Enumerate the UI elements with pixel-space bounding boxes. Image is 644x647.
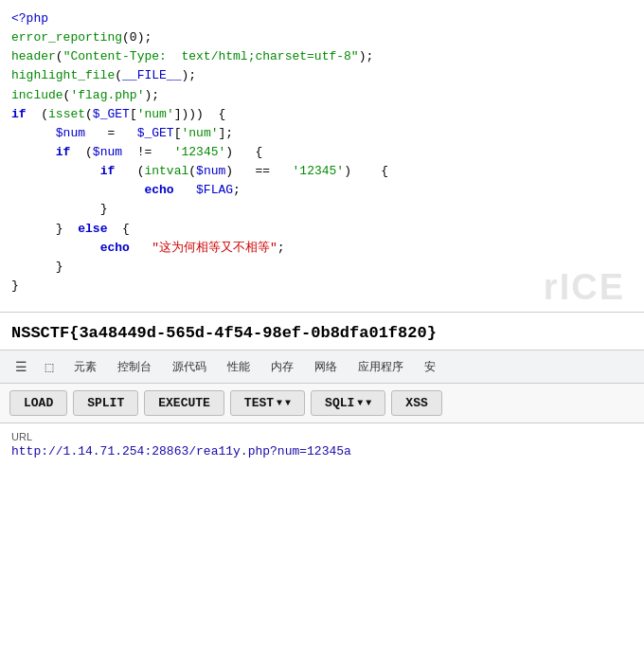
url-bar: URL http://1.14.71.254:28863/rea11y.php?… <box>0 423 644 464</box>
code-line-6: if (isset($_GET['num']))) { <box>11 105 633 124</box>
devtools-tabbar: ☰ ⬚ 元素 控制台 源代码 性能 内存 网络 应用程序 安 <box>0 350 644 384</box>
code-line-9: if (intval($num) == '12345') { <box>11 162 633 181</box>
toolbar: LOADSPLITEXECUTETEST ▼SQLI ▼XSS <box>0 384 644 423</box>
toolbar-btn-xss[interactable]: XSS <box>391 390 441 416</box>
toolbar-btn-load[interactable]: LOAD <box>9 390 67 416</box>
code-line-11: } <box>11 200 633 219</box>
code-line-15: } <box>11 277 633 296</box>
code-line-7: $num = $_GET['num']; <box>11 124 633 143</box>
devtools-tab-sources[interactable]: 源代码 <box>163 355 216 379</box>
code-line-8: if ($num != '12345') { <box>11 143 633 162</box>
devtools-tab-console[interactable]: 控制台 <box>108 355 161 379</box>
devtools-tab-application[interactable]: 应用程序 <box>349 355 413 379</box>
devtools-tab-performance[interactable]: 性能 <box>218 355 259 379</box>
code-line-3: header("Content-Type: text/html;charset=… <box>11 47 633 66</box>
toolbar-btn-sqli[interactable]: SQLI ▼ <box>311 390 385 416</box>
toolbar-btn-split[interactable]: SPLIT <box>73 390 138 416</box>
devtools-tab-elements[interactable]: 元素 <box>64 355 106 379</box>
code-line-10: echo $FLAG; <box>11 181 633 200</box>
code-line-14: } <box>11 258 633 277</box>
toolbar-btn-test[interactable]: TEST ▼ <box>230 390 305 416</box>
code-line-1: <?php <box>11 9 633 28</box>
code-display: <?phperror_reporting(0);header("Content-… <box>0 0 644 313</box>
code-line-2: error_reporting(0); <box>11 28 633 47</box>
code-line-13: echo "这为何相等又不相等"; <box>11 239 633 258</box>
url-value: http://1.14.71.254:28863/rea11y.php?num=… <box>11 444 633 458</box>
code-line-4: highlight_file(__FILE__); <box>11 66 633 85</box>
devtools-tab-network[interactable]: 网络 <box>305 355 347 379</box>
code-line-12: } else { <box>11 220 633 239</box>
code-line-5: include('flag.php'); <box>11 86 633 105</box>
url-label: URL <box>11 431 633 442</box>
devtools-tab-security[interactable]: 安 <box>415 355 445 379</box>
devtools-icon-2[interactable]: ⬚ <box>36 353 63 380</box>
devtools-tab-memory[interactable]: 内存 <box>261 355 303 379</box>
devtools-icon-1[interactable]: ☰ <box>8 353 34 380</box>
toolbar-btn-execute[interactable]: EXECUTE <box>144 390 224 416</box>
flag-output: NSSCTF{3a48449d-565d-4f54-98ef-0b8dfa01f… <box>0 313 644 350</box>
